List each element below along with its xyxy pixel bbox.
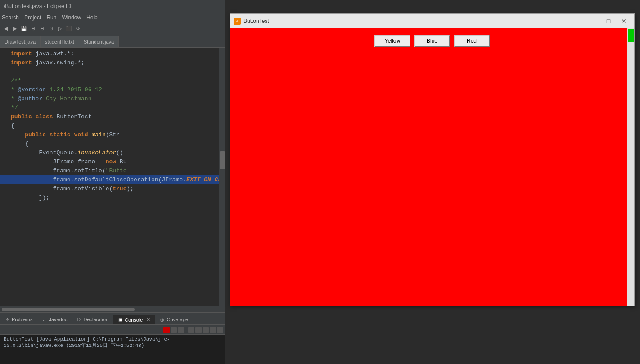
menu-help[interactable]: Help	[86, 14, 98, 21]
code-line-14: frame.setTitle("Butto	[0, 166, 225, 175]
buttontest-vscrollbar[interactable]	[627, 28, 634, 306]
tab-coverage-label: Coverage	[167, 317, 188, 322]
tab-drawtest[interactable]: DrawTest.java	[0, 36, 41, 47]
editor-hscrollbar[interactable]	[0, 306, 225, 312]
toolbar-icon-save[interactable]: 💾	[20, 25, 28, 33]
editor-vscroll-thumb[interactable]	[220, 151, 225, 169]
code-line-9: {	[0, 121, 225, 130]
pin-console-button[interactable]	[210, 327, 216, 333]
declaration-icon: D	[76, 317, 81, 322]
code-line-3	[0, 67, 225, 76]
buttontest-title-label: ButtonTest	[243, 18, 269, 24]
toolbar-icon-6[interactable]: ▷	[56, 25, 64, 33]
buttontest-titlebar: J ButtonTest — □ ✕	[230, 14, 634, 28]
buttontest-scroll-thumb[interactable]	[628, 29, 634, 42]
code-content-16: frame.setVisible(true);	[9, 184, 134, 193]
tab-stundent[interactable]: Stundent.java	[79, 36, 119, 47]
code-line-4: - /**	[0, 76, 225, 85]
tab-problems[interactable]: ⚠ Problems	[0, 315, 37, 324]
code-content-5: * @version 1.34 2015-06-12	[9, 85, 102, 94]
code-content-11: {	[9, 139, 28, 148]
console-output: ButtonTest [Java Application] C:\Program…	[0, 335, 225, 364]
fold-1[interactable]: -	[4, 51, 9, 58]
button-row: Yellow Blue Red	[230, 33, 634, 49]
code-line-8: public class ButtonTest	[0, 112, 225, 121]
terminate-button[interactable]	[171, 327, 177, 333]
stop-button[interactable]	[163, 327, 170, 333]
code-line-1: - import java.awt.*;	[0, 49, 225, 58]
tab-studentfile[interactable]: studentfile.txt	[41, 36, 79, 47]
fold-10[interactable]: -	[4, 132, 9, 139]
toolbar-icons: ◀ ▶ 💾 ⊕ ⊖ ⊙ ▷ ⬛ ⟳	[2, 25, 82, 33]
word-wrap-button[interactable]	[195, 327, 202, 333]
toolbar-icon-7[interactable]: ⬛	[65, 25, 73, 33]
eclipse-menubar: Search Project Run Window Help	[0, 13, 225, 22]
menu-window[interactable]: Window	[62, 14, 81, 21]
fold-4[interactable]: -	[4, 78, 9, 85]
tab-declaration[interactable]: D Declaration	[72, 315, 113, 324]
code-content-8: public class ButtonTest	[9, 112, 91, 121]
menu-run[interactable]: Run	[46, 14, 56, 21]
tab-problems-label: Problems	[12, 317, 32, 322]
minimize-button[interactable]: —	[586, 16, 600, 27]
tab-stundent-label: Stundent.java	[84, 39, 114, 45]
code-line-5: * @version 1.34 2015-06-12	[0, 85, 225, 94]
hscrollbar-track[interactable]	[2, 308, 223, 311]
code-content-3	[9, 67, 14, 76]
tab-coverage[interactable]: ◎ Coverage	[155, 315, 193, 324]
tab-console-label: Console	[125, 317, 143, 323]
bottom-tabs: ⚠ Problems J Javadoc D Declaration ▣ Con…	[0, 313, 225, 325]
red-button[interactable]: Red	[454, 35, 490, 47]
buttontest-window: J ButtonTest — □ ✕ Yellow Blue Red	[230, 13, 635, 306]
console-icon: ▣	[117, 317, 123, 323]
blue-button[interactable]: Blue	[414, 35, 450, 47]
code-content-17: });	[9, 193, 50, 202]
tab-studentfile-label: studentfile.txt	[45, 39, 74, 45]
yellow-button[interactable]: Yellow	[374, 35, 410, 47]
toolbar-icon-2[interactable]: ▶	[11, 25, 19, 33]
toolbar-icon-1[interactable]: ◀	[2, 25, 10, 33]
clear-console-button[interactable]	[178, 327, 184, 333]
scroll-lock-button[interactable]	[188, 327, 194, 333]
eclipse-ide-window: /ButtonTest.java - Eclipse IDE Search Pr…	[0, 0, 225, 364]
toolbar-icon-5[interactable]: ⊙	[47, 25, 55, 33]
problems-icon: ⚠	[5, 317, 10, 322]
close-button[interactable]: ✕	[617, 16, 631, 27]
toolbar-icon-3[interactable]: ⊕	[29, 25, 37, 33]
javadoc-icon: J	[41, 317, 47, 322]
new-console-button[interactable]	[217, 327, 223, 333]
maximize-button[interactable]: □	[602, 16, 615, 27]
code-line-7: */	[0, 103, 225, 112]
code-line-17: });	[0, 193, 225, 202]
code-content-9: {	[9, 121, 14, 130]
tab-declaration-label: Declaration	[83, 317, 108, 322]
code-content-1: import java.awt.*;	[9, 49, 74, 58]
code-content-15: frame.setDefaultCloseOperation(JFrame.EX…	[9, 175, 225, 184]
toolbar-icon-4[interactable]: ⊖	[38, 25, 46, 33]
menu-project[interactable]: Project	[24, 14, 41, 21]
code-editor[interactable]: - import java.awt.*; import javax.swing.…	[0, 48, 225, 306]
console-toolbar	[0, 325, 225, 335]
tab-javadoc[interactable]: J Javadoc	[37, 315, 72, 324]
menu-search[interactable]: Search	[2, 14, 19, 21]
eclipse-title: /ButtonTest.java - Eclipse IDE	[4, 3, 75, 9]
buttontest-content: Yellow Blue Red	[230, 28, 634, 306]
console-close-icon[interactable]: ✕	[146, 317, 150, 323]
buttontest-window-icon: J	[234, 18, 241, 25]
buttontest-title-area: J ButtonTest	[234, 18, 269, 25]
window-controls: — □ ✕	[586, 16, 631, 27]
code-content-12: EventQueue.invokeLater((	[9, 148, 123, 157]
open-console-button[interactable]	[203, 327, 209, 333]
tab-console[interactable]: ▣ Console ✕	[113, 315, 155, 324]
tab-javadoc-label: Javadoc	[49, 317, 67, 322]
code-content-6: * @author Cay Horstmann	[9, 94, 91, 103]
coverage-icon: ◎	[159, 317, 165, 322]
code-line-6: * @author Cay Horstmann	[0, 94, 225, 103]
code-line-12: EventQueue.invokeLater((	[0, 148, 225, 157]
code-content-2: import javax.swing.*;	[9, 58, 85, 67]
console-text: ButtonTest [Java Application] C:\Program…	[4, 337, 170, 348]
code-content-7: */	[9, 103, 18, 112]
hscrollbar-thumb[interactable]	[2, 308, 135, 311]
editor-vscrollbar[interactable]	[219, 48, 225, 306]
toolbar-icon-8[interactable]: ⟳	[74, 25, 82, 33]
